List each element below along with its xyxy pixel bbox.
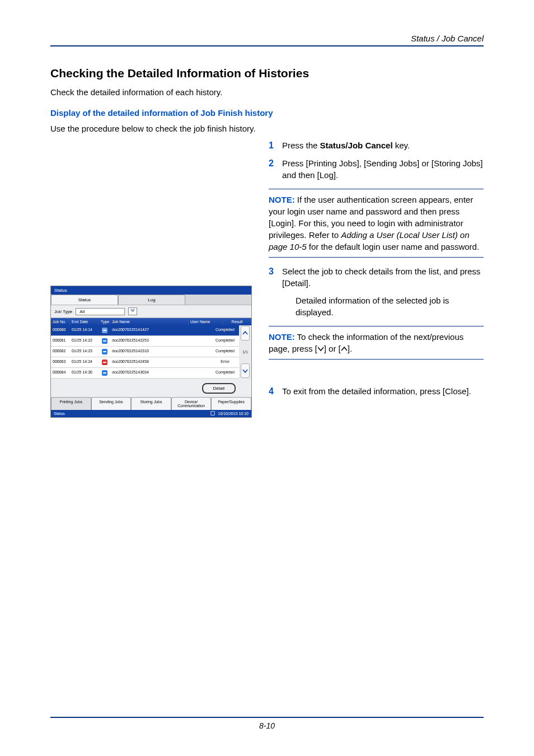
cell-type <box>99 336 110 347</box>
col-result: Result <box>223 318 251 325</box>
cell-result: Completed <box>211 347 239 357</box>
cell-job-no: 000083 <box>51 357 70 368</box>
print-type-icon <box>102 328 107 333</box>
cell-user <box>176 336 211 347</box>
cell-end-date: 01/25 14:22 <box>70 336 99 347</box>
step-2-body: Press [Printing Jobs], [Sending Jobs] or… <box>282 157 484 181</box>
intro-text: Check the detailed information of each h… <box>50 87 484 98</box>
print-type-icon <box>102 370 107 376</box>
tab-spacer <box>185 295 251 305</box>
table-body: 00008001/25 14:14doc20070225141427Comple… <box>51 325 239 379</box>
cell-job-no: 000080 <box>51 325 70 336</box>
step-1-body: Press the Status/Job Cancel key. <box>282 139 484 152</box>
table-row[interactable]: 00008101/25 14:22doc20070225142253Comple… <box>51 336 239 347</box>
step-2-number: 2 <box>269 157 282 181</box>
step-2: 2 Press [Printing Jobs], [Sending Jobs] … <box>269 157 484 181</box>
svg-rect-0 <box>210 412 214 415</box>
cell-end-date: 01/25 14:23 <box>70 347 99 357</box>
detail-button[interactable]: Detail <box>202 383 236 394</box>
cell-job-name: doc20070225142310 <box>110 347 176 357</box>
col-job-no: Job No. <box>51 318 70 325</box>
statusbar-time: 10/10/2010 10:10 <box>218 412 249 416</box>
cell-end-date: 01/25 14:24 <box>70 357 99 368</box>
tab-status[interactable]: Status <box>51 295 118 305</box>
cell-job-name: doc20070225142458 <box>110 357 176 368</box>
note-paging-t3: ]. <box>348 344 352 353</box>
note-label-2: NOTE: <box>269 332 295 342</box>
print-type-icon <box>102 349 107 354</box>
cell-result: Completed <box>211 368 239 379</box>
step-4: 4 To exit from the detailed information,… <box>269 385 484 398</box>
table-row[interactable]: 00008401/25 14:30doc20070225143034Comple… <box>51 368 239 379</box>
cell-user <box>176 325 211 336</box>
note-paging: NOTE: To check the information of the ne… <box>269 326 484 360</box>
cell-type <box>99 357 110 368</box>
print-type-icon <box>102 338 107 344</box>
col-type: Type <box>99 318 110 325</box>
window-title: Status <box>51 286 251 295</box>
statusbar-icon <box>210 411 215 416</box>
jobtype-dropdown[interactable]: All <box>76 308 125 315</box>
cell-type <box>99 325 110 336</box>
cell-user <box>176 357 211 368</box>
page-indicator: 1/1 <box>240 341 250 363</box>
tab-log[interactable]: Log <box>118 295 185 305</box>
cell-job-no: 000082 <box>51 347 70 357</box>
scroll-up-button[interactable] <box>241 326 250 340</box>
footer-tab-printing[interactable]: Printing Jobs <box>51 397 91 410</box>
step-1: 1 Press the Status/Job Cancel key. <box>269 139 484 152</box>
step-1-prefix: Press the <box>282 141 320 150</box>
step-3-number: 3 <box>269 265 282 318</box>
screenshot-panel: Status Status Log Job Type All Job No. E… <box>50 286 252 418</box>
lead-text: Use the procedure below to check the job… <box>50 123 484 134</box>
note-paging-t1: To check the information of the next/pre… <box>269 332 463 353</box>
footer-tab-storing[interactable]: Storing Jobs <box>131 397 171 410</box>
footer-tab-sending[interactable]: Sending Jobs <box>91 397 132 410</box>
table-row[interactable]: 00008001/25 14:14doc20070225141427Comple… <box>51 325 239 336</box>
table-header: Job No. End Date Type Job Name User Name… <box>51 318 251 325</box>
table-row[interactable]: 00008201/25 14:23doc20070225142310Comple… <box>51 347 239 357</box>
cell-end-date: 01/25 14:30 <box>70 368 99 379</box>
cell-job-name: doc20070225141427 <box>110 325 176 336</box>
scroll-down-button[interactable] <box>241 363 250 378</box>
col-job-name: Job Name <box>110 318 189 325</box>
step-1-suffix: key. <box>393 141 410 150</box>
footer-tab-device[interactable]: Device/ Communication <box>171 397 212 410</box>
footer-tab-paper[interactable]: Paper/Supplies <box>211 397 251 410</box>
cell-result: Completed <box>211 325 239 336</box>
chevron-up-icon <box>341 343 348 348</box>
dropdown-arrow-icon[interactable] <box>128 307 137 315</box>
note-paging-t2: ] or [ <box>324 344 341 353</box>
page-footer: 8-10 <box>50 717 484 730</box>
note-label: NOTE: <box>269 195 295 204</box>
cell-type <box>99 347 110 357</box>
note-auth-text2: for the default login user name and pass… <box>307 242 480 251</box>
subheading: Display of the detailed information of J… <box>50 108 484 118</box>
step-1-bold: Status/Job Cancel <box>320 141 393 150</box>
cell-job-no: 000081 <box>51 336 70 347</box>
cell-result: Error <box>211 357 239 368</box>
table-row[interactable]: 00008301/25 14:24doc20070225142458Error <box>51 357 239 368</box>
cell-user <box>176 368 211 379</box>
step-3-text2: Detailed information of the selected job… <box>296 295 484 318</box>
cell-type <box>99 368 110 379</box>
cell-end-date: 01/25 14:14 <box>70 325 99 336</box>
statusbar-label: Status <box>54 412 65 416</box>
jobtype-label: Job Type <box>54 309 72 314</box>
step-3: 3 Select the job to check details from t… <box>269 265 484 318</box>
step-1-number: 1 <box>269 139 282 152</box>
cell-job-no: 000084 <box>51 368 70 379</box>
cell-job-name: doc20070225142253 <box>110 336 176 347</box>
print-type-icon <box>102 360 107 365</box>
col-end-date: End Date <box>70 318 99 325</box>
header-section: Status / Job Cancel <box>50 34 484 46</box>
step-4-number: 4 <box>269 385 282 398</box>
cell-user <box>176 347 211 357</box>
note-auth: NOTE: If the user authentication screen … <box>269 189 484 258</box>
step-3-text1: Select the job to check details from the… <box>282 265 484 289</box>
cell-result: Completed <box>211 336 239 347</box>
col-user: User Name <box>189 318 223 325</box>
chevron-down-icon <box>317 343 324 348</box>
cell-job-name: doc20070225143034 <box>110 368 176 379</box>
page-title: Checking the Detailed Information of His… <box>50 67 484 80</box>
